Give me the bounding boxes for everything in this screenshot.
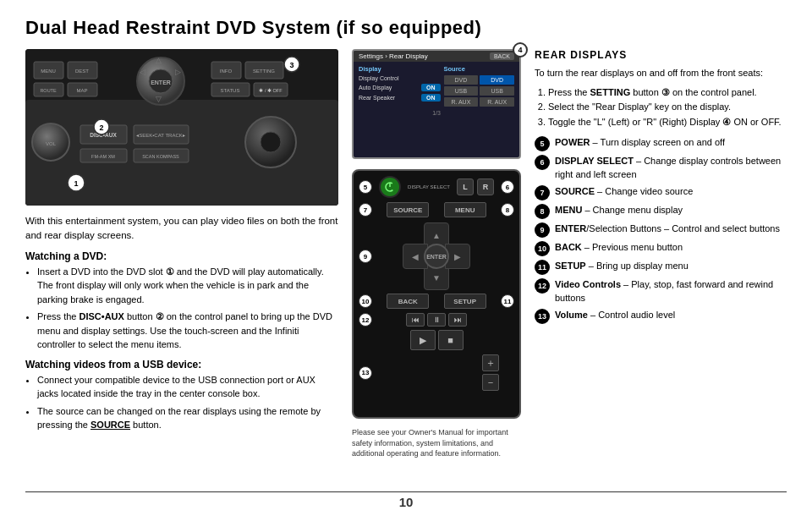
rear-display-screen: Settings › Rear Display BACK Display Dis…: [352, 49, 521, 159]
vol-up-btn[interactable]: ＋: [482, 354, 499, 371]
power-button[interactable]: [379, 176, 401, 198]
auto-display-toggle[interactable]: ON: [421, 84, 441, 91]
bottom-line: [25, 491, 787, 492]
svg-text:△: △: [156, 56, 162, 64]
display-select-label: DISPLAY SELECT: [408, 184, 450, 189]
feature-text-13: Volume – Control audio level: [555, 309, 675, 322]
feature-text-6: DISPLAY SELECT – Change display controls…: [555, 155, 787, 182]
screen-content: Display Display Control Auto Display ON …: [354, 62, 519, 119]
section1-list: Insert a DVD into the DVD slot ① and the…: [25, 265, 338, 352]
rear-speaker-toggle[interactable]: ON: [421, 94, 441, 102]
section1-bullet-1: Insert a DVD into the DVD slot ① and the…: [37, 265, 338, 307]
feature-text-9: ENTER/Selection Buttons – Control and se…: [555, 222, 780, 236]
play-btn[interactable]: ▶: [410, 330, 436, 350]
section2-bullet-2: The source can be changed on the rear di…: [37, 404, 338, 432]
svg-text:ENTER: ENTER: [151, 80, 171, 85]
feature-video-controls: 12 Video Controls – Play, stop, fast for…: [535, 278, 787, 305]
svg-text:SCAN    KOMPASS: SCAN KOMPASS: [142, 154, 179, 159]
remote-badge-11: 11: [501, 294, 514, 308]
remote-badge-12: 12: [359, 313, 372, 327]
stop-btn[interactable]: ■: [438, 330, 464, 350]
svg-text:3: 3: [289, 61, 294, 69]
section1-title: Watching a DVD:: [25, 250, 338, 262]
badge-4: 4: [513, 42, 528, 58]
section2-bullet-1: Connect your compatible device to the US…: [37, 373, 338, 401]
intro-text: With this entertainment system, you can …: [25, 214, 338, 244]
feature-source: 7 SOURCE – Change video source: [535, 185, 787, 200]
svg-text:VOL: VOL: [46, 141, 57, 146]
svg-text:INFO: INFO: [220, 69, 233, 74]
svg-text:▷: ▷: [175, 68, 181, 76]
setting-label: SETTING: [590, 87, 631, 97]
svg-text:✱ / ✱ OFF: ✱ / ✱ OFF: [259, 88, 283, 93]
text-body: With this entertainment system, you can …: [25, 214, 338, 432]
svg-text:◁: ◁: [140, 68, 145, 76]
feature-power: 5 POWER – Turn display screen on and off: [535, 136, 787, 151]
rear-step-2: Select the "Rear Display" key on the dis…: [548, 100, 787, 115]
left-column: MENU DEST INFO SETTING ROUTE MAP STATUS: [25, 49, 338, 459]
remote-badge-7: 7: [359, 203, 372, 217]
setup-btn[interactable]: SETUP: [444, 294, 486, 309]
feature-text-8: MENU – Change menu display: [555, 204, 683, 217]
feature-volume: 13 Volume – Control audio level: [535, 309, 787, 324]
transport-controls: ⏮ ⏸ ⏭: [406, 313, 467, 327]
page-number: 10: [0, 495, 812, 509]
auto-display-label: Auto Display: [359, 85, 418, 91]
source-btn[interactable]: SOURCE: [387, 202, 429, 217]
rear-steps-list: Press the SETTING button ③ on the contro…: [548, 85, 787, 130]
skip-back-btn[interactable]: ⏮: [406, 313, 425, 327]
rear-displays-title: REAR DISPLAYS: [535, 49, 787, 61]
source-column: Source DVD DVD USB USB R. AUX R. AUX: [444, 65, 515, 107]
lr-right-btn[interactable]: R: [477, 178, 494, 195]
source-dvd-1[interactable]: DVD: [444, 75, 479, 85]
badge-inline-2: ②: [156, 311, 164, 321]
feature-text-7: SOURCE – Change video source: [555, 185, 693, 199]
lr-left-btn[interactable]: L: [457, 178, 474, 195]
lr-buttons: L R: [457, 178, 494, 195]
volume-row: 13 ＋ －: [359, 354, 514, 391]
feature-display-select: 6 DISPLAY SELECT – Change display contro…: [535, 155, 787, 182]
vol-down-btn[interactable]: －: [482, 374, 499, 391]
svg-text:DEST: DEST: [75, 69, 89, 74]
source-dvd-2[interactable]: DVD: [480, 75, 514, 85]
pause-btn[interactable]: ⏸: [427, 313, 446, 327]
section2-title: Watching videos from a USB device:: [25, 359, 338, 371]
source-usb-1[interactable]: USB: [444, 86, 479, 96]
remote-badge-13: 13: [359, 366, 372, 380]
menu-btn[interactable]: MENU: [444, 202, 486, 217]
feature-badge-11: 11: [535, 260, 550, 275]
rear-step-1: Press the SETTING button ③ on the contro…: [548, 85, 787, 101]
feature-text-10: BACK – Previous menu button: [555, 241, 683, 255]
screen-back-btn[interactable]: BACK: [490, 52, 514, 60]
feature-badge-13: 13: [535, 309, 550, 324]
page-title: Dual Head Restraint DVD System (if so eq…: [25, 17, 787, 39]
feature-text-11: SETUP – Bring up display menu: [555, 260, 689, 273]
feature-badge-10: 10: [535, 241, 550, 256]
feature-badge-7: 7: [535, 185, 550, 200]
remote-control: 5 DISPLAY SELECT: [352, 169, 521, 419]
display-col-header: Display: [359, 65, 441, 73]
play-stop-controls: ▶ ■: [359, 330, 514, 350]
source-raux-2[interactable]: R. AUX: [480, 97, 514, 107]
source-raux-1[interactable]: R. AUX: [444, 97, 479, 107]
source-label-inline: SOURCE: [91, 420, 130, 430]
remote-badge-6: 6: [501, 180, 514, 194]
feature-badge-5: 5: [535, 136, 550, 151]
remote-badge-5: 5: [359, 180, 372, 194]
source-grid: DVD DVD USB USB R. AUX R. AUX: [444, 75, 515, 107]
remote-badge-9: 9: [359, 250, 372, 263]
back-btn[interactable]: BACK: [387, 294, 429, 309]
remote-badge-10: 10: [359, 294, 372, 308]
page-indicator: 1/3: [359, 110, 514, 116]
remote-badge-8: 8: [501, 203, 514, 217]
dashboard-svg: MENU DEST INFO SETTING ROUTE MAP STATUS: [25, 49, 338, 206]
source-usb-2[interactable]: USB: [480, 86, 514, 96]
skip-fwd-btn[interactable]: ⏭: [448, 313, 467, 327]
screen-wrap: Settings › Rear Display BACK Display Dis…: [352, 49, 521, 159]
power-icon: [384, 181, 396, 193]
svg-text:ROUTE: ROUTE: [40, 88, 57, 93]
enter-btn[interactable]: ENTER: [424, 244, 449, 269]
screen-header: Settings › Rear Display BACK: [354, 51, 519, 62]
svg-text:MAP: MAP: [76, 88, 87, 93]
section2-list: Connect your compatible device to the US…: [25, 373, 338, 432]
